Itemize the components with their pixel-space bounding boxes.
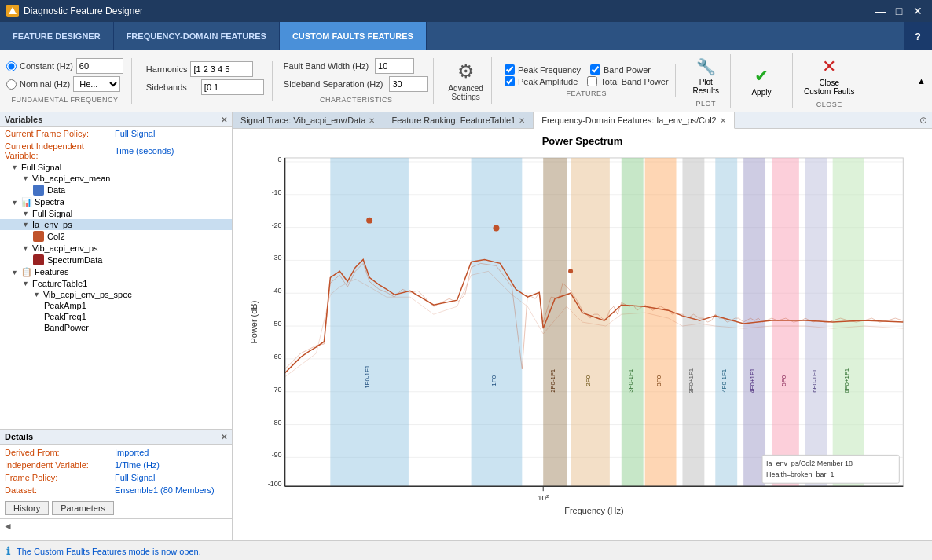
app-icon xyxy=(6,5,19,17)
sidebar-left-arrow[interactable]: ◄ xyxy=(3,521,13,532)
tree-ia-env-ps[interactable]: ▼Ia_env_ps xyxy=(0,219,232,230)
fundamental-freq-group: Constant (Hz) Nominal (Hz) He... FUNDAME… xyxy=(6,58,132,104)
content-tab-feature-ranking[interactable]: Feature Ranking: FeatureTable1 ✕ xyxy=(383,112,534,128)
tree-full-signal-2[interactable]: ▼Full Signal xyxy=(0,208,232,219)
label-1f0-1f1: 1F0-1F1 xyxy=(364,364,371,389)
titlebar: Diagnostic Feature Designer — □ ✕ xyxy=(0,0,932,22)
tree-band-power[interactable]: BandPower xyxy=(0,322,232,333)
tree-spectrum-data[interactable]: SpectrumData xyxy=(0,254,232,266)
content-tab-menu-icon[interactable]: ⊙ xyxy=(915,115,932,126)
main-toolbar: Constant (Hz) Nominal (Hz) He... FUNDAME… xyxy=(0,50,932,112)
plot-results-label: PlotResults xyxy=(693,78,719,95)
peak-1f0 xyxy=(493,225,499,232)
tree-peak-freq1[interactable]: PeakFreq1 xyxy=(0,311,232,322)
apply-button[interactable]: ✔ Apply xyxy=(742,63,781,100)
help-button[interactable]: ? xyxy=(904,22,932,50)
svg-text:-40: -40 xyxy=(272,287,282,295)
label-1f0: 1F0 xyxy=(490,375,497,386)
details-buttons: History Parameters xyxy=(0,498,232,518)
sidebands-input[interactable] xyxy=(201,79,264,95)
label-3f0: 3F0 xyxy=(655,375,662,386)
band-2f0-1f1 xyxy=(543,158,567,486)
tree-feature-table1[interactable]: ▼FeatureTable1 xyxy=(0,278,232,289)
svg-text:-30: -30 xyxy=(272,254,282,262)
band-3f0-p1f1 xyxy=(682,158,704,486)
tree-peak-amp1[interactable]: PeakAmp1 xyxy=(0,300,232,311)
parameters-button[interactable]: Parameters xyxy=(52,501,114,515)
label-3f0-1f1: 3F0-1F1 xyxy=(627,368,634,393)
variables-collapse-icon[interactable]: ✕ xyxy=(221,115,227,124)
plot-icon: 🔧 xyxy=(696,57,716,76)
tab-frequency-domain[interactable]: FREQUENCY-DOMAIN FEATURES xyxy=(114,22,280,50)
frame-policy-detail-value: Full Signal xyxy=(115,473,155,482)
tree-data[interactable]: Data xyxy=(0,184,232,196)
band-1f0 xyxy=(472,158,523,486)
freq-domain-close-icon[interactable]: ✕ xyxy=(720,116,726,125)
plot-results-button[interactable]: 🔧 PlotResults xyxy=(688,54,724,98)
peak-freq-label: Peak Frequency xyxy=(518,65,581,75)
tree-vib-acpi-env-ps[interactable]: ▼Vib_acpi_env_ps xyxy=(0,243,232,254)
close-custom-label: CloseCustom Faults xyxy=(804,79,854,96)
label-5f0: 5F0 xyxy=(780,375,787,386)
nominal-radio[interactable] xyxy=(6,79,17,90)
harmonics-input[interactable] xyxy=(190,61,253,77)
tree-vib-acpi-env-ps-spec[interactable]: ▼Vib_acpi_env_ps_spec xyxy=(0,289,232,300)
label-2f0-1f1: 2F0-1F1 xyxy=(549,368,556,393)
label-6f0-1f1: 6F0-1F1 xyxy=(811,368,818,393)
tab-custom-faults[interactable]: CUSTOM FAULTS FEATURES xyxy=(280,22,427,50)
toolbar-collapse[interactable]: ▲ xyxy=(917,76,926,86)
frame-policy-detail-row: Frame Policy: Full Signal xyxy=(0,471,232,484)
status-info-icon: ℹ xyxy=(6,545,10,557)
tree-features[interactable]: ▼📋 Features xyxy=(0,266,232,278)
constant-radio[interactable] xyxy=(6,61,17,71)
x-axis-label: Frequency (Hz) xyxy=(564,506,623,515)
feature-ranking-tab-label: Feature Ranking: FeatureTable1 xyxy=(391,115,516,125)
sideband-sep-input[interactable] xyxy=(389,76,428,92)
content-tab-freq-domain[interactable]: Frequency-Domain Features: Ia_env_ps/Col… xyxy=(534,112,735,129)
fault-band-label: Fault Band Width (Hz) xyxy=(284,61,369,71)
content-tabbar: Signal Trace: Vib_acpi_env/Data ✕ Featur… xyxy=(233,112,932,129)
tab-feature-designer[interactable]: FEATURE DESIGNER xyxy=(0,22,114,50)
band-power-checkbox[interactable] xyxy=(590,64,600,75)
signal-trace-close-icon[interactable]: ✕ xyxy=(369,116,375,125)
variables-tree: ▼Full Signal ▼Vib_acpi_env_mean Data ▼📊 … xyxy=(0,162,232,429)
constant-value-input[interactable] xyxy=(76,58,123,74)
frame-policy-detail-label: Frame Policy: xyxy=(5,473,115,482)
x-tick-100: 10² xyxy=(538,493,549,502)
peak-amp-checkbox[interactable] xyxy=(505,76,515,86)
constant-row: Constant (Hz) xyxy=(6,58,123,74)
signal-trace-tab-label: Signal Trace: Vib_acpi_env/Data xyxy=(240,115,365,125)
apply-label: Apply xyxy=(751,88,771,97)
tree-col2[interactable]: Col2 xyxy=(0,230,232,243)
tree-full-signal-1[interactable]: ▼Full Signal xyxy=(0,162,232,173)
apply-group: ✔ Apply xyxy=(737,63,786,100)
tree-vib-acpi-env-mean[interactable]: ▼Vib_acpi_env_mean xyxy=(0,173,232,184)
close-section-label: CLOSE xyxy=(816,101,842,108)
dataset-value: Ensemble1 (80 Members) xyxy=(115,485,215,495)
sidebands-row: Sidebands xyxy=(146,79,264,95)
history-button[interactable]: History xyxy=(5,501,49,515)
band-4f0-1f1 xyxy=(715,158,737,486)
nominal-dropdown[interactable]: He... xyxy=(73,76,120,92)
details-collapse-icon[interactable]: ✕ xyxy=(221,433,227,441)
feature-ranking-close-icon[interactable]: ✕ xyxy=(519,116,525,125)
peak-freq-checkbox[interactable] xyxy=(505,64,515,75)
close-custom-faults-button[interactable]: ✕ CloseCustom Faults xyxy=(798,53,860,99)
fault-band-input[interactable] xyxy=(375,58,414,74)
independent-variable-row: Independent Variable: 1/Time (Hz) xyxy=(0,459,232,471)
total-band-power-checkbox[interactable] xyxy=(587,76,597,86)
tree-spectra[interactable]: ▼📊 Spectra xyxy=(0,196,232,208)
harmonics-label: Harmonics xyxy=(146,64,188,74)
main-tabbar: FEATURE DESIGNER FREQUENCY-DOMAIN FEATUR… xyxy=(0,22,932,50)
peak-2f0 xyxy=(568,269,573,273)
details-header: Details ✕ xyxy=(0,430,232,445)
band-power-label: Band Power xyxy=(604,65,651,75)
advanced-settings-button[interactable]: ⚙ AdvancedSettings xyxy=(440,57,491,104)
minimize-button[interactable]: — xyxy=(872,3,888,19)
maximize-button[interactable]: □ xyxy=(891,3,907,19)
sidebar: Variables ✕ Current Frame Policy: Full S… xyxy=(0,112,233,540)
close-button[interactable]: ✕ xyxy=(910,3,926,19)
content-tab-signal-trace[interactable]: Signal Trace: Vib_acpi_env/Data ✕ xyxy=(233,112,383,128)
svg-text:-50: -50 xyxy=(272,320,282,328)
peak-amp-row: Peak Amplitude Total Band Power xyxy=(505,76,669,86)
